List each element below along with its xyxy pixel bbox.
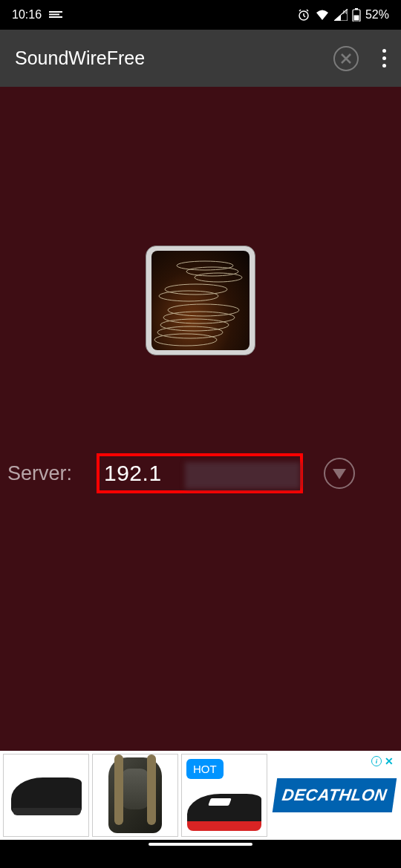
- server-input[interactable]: 192.1: [97, 453, 303, 493]
- svg-point-14: [154, 334, 217, 346]
- chevron-down-icon: [333, 469, 346, 479]
- svg-text:H: H: [343, 10, 347, 15]
- overflow-menu-button[interactable]: [376, 43, 392, 73]
- status-bar: 10:16 H 52%: [0, 0, 401, 30]
- ad-product-2[interactable]: [92, 754, 178, 837]
- hot-badge: HOT: [186, 759, 224, 779]
- battery-icon: [352, 8, 361, 22]
- app-title: SoundWireFree: [15, 47, 145, 69]
- svg-point-6: [186, 267, 238, 276]
- signal-icon: H: [334, 9, 348, 21]
- status-right: H 52%: [297, 8, 389, 22]
- ad-close-icon[interactable]: ✕: [385, 755, 394, 767]
- server-input-redacted: [185, 462, 300, 489]
- svg-point-5: [177, 261, 233, 270]
- notification-icon: [49, 11, 62, 19]
- ad-product-1[interactable]: [3, 754, 89, 837]
- status-left: 10:16: [12, 8, 62, 22]
- ad-banner[interactable]: HOT i ✕ DECATHLON: [0, 751, 401, 840]
- app-logo[interactable]: [146, 246, 255, 355]
- svg-rect-3: [355, 8, 358, 10]
- close-button[interactable]: [333, 46, 359, 71]
- battery-percent: 52%: [365, 8, 389, 22]
- server-dropdown-button[interactable]: [324, 458, 355, 489]
- svg-rect-4: [353, 16, 359, 21]
- app-bar: SoundWireFree: [0, 30, 401, 87]
- svg-point-7: [195, 273, 242, 282]
- shoe-icon: [11, 777, 82, 813]
- status-time: 10:16: [12, 8, 42, 22]
- ad-controls: i ✕: [371, 755, 394, 767]
- brand-logo-text: DECATHLON: [272, 778, 396, 812]
- wifi-icon: [315, 9, 330, 21]
- main-content: Server: 192.1: [0, 87, 401, 751]
- ad-info-icon[interactable]: i: [371, 756, 382, 766]
- shoe-icon: [187, 794, 261, 828]
- svg-point-8: [165, 284, 227, 295]
- navigation-bar: [0, 840, 401, 868]
- coil-icon: [151, 251, 250, 350]
- server-input-value: 192.1: [104, 461, 162, 486]
- app-bar-actions: [333, 43, 392, 73]
- server-row: Server: 192.1: [0, 453, 401, 493]
- svg-point-9: [159, 291, 218, 301]
- server-label: Server:: [7, 462, 97, 485]
- ad-product-3[interactable]: HOT: [181, 754, 267, 837]
- close-icon: [340, 53, 352, 65]
- home-handle[interactable]: [149, 843, 252, 846]
- backpack-icon: [108, 757, 162, 833]
- ad-brand[interactable]: i ✕ DECATHLON: [270, 754, 398, 837]
- alarm-icon: [297, 8, 310, 22]
